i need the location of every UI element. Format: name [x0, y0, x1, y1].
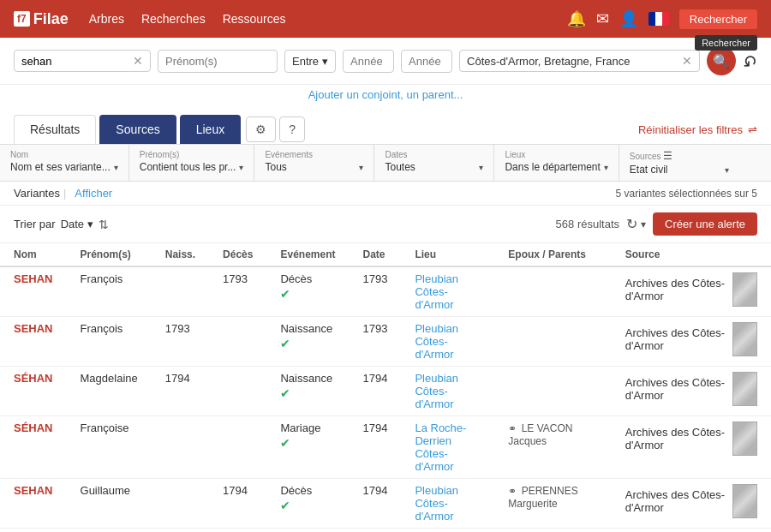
col-header-source: Source [612, 243, 771, 266]
nom-link[interactable]: SÉHAN [14, 421, 53, 434]
logo[interactable]: f7 Filae [14, 10, 69, 28]
filter-dates[interactable]: Dates Toutes ▾ [374, 145, 494, 181]
source-text: Archives des Côtes-d'Armor [625, 376, 726, 402]
cell-lieu: Pleubian Côtes-d'Armor [401, 367, 494, 416]
cell-nom: SÉHAN [0, 416, 67, 479]
cell-epoux: ⚭ PERENNES Marguerite [494, 479, 611, 529]
cell-evenement: Décès ✔ [266, 266, 349, 317]
reset-button[interactable]: ↺ [743, 51, 757, 71]
nom-link[interactable]: SÉHAN [14, 372, 53, 385]
reinitialiser-label: Réinitialiser les filtres [638, 123, 743, 136]
lieu-ville-link[interactable]: Pleubian [415, 372, 481, 385]
tab-sources[interactable]: Sources [99, 115, 176, 144]
cell-naissance [152, 479, 209, 529]
filter-sources[interactable]: Sources ☰ Etat civil ▾ [619, 145, 739, 181]
filter-prenom[interactable]: Prénom(s) Contient tous les pr... ▾ [129, 145, 255, 181]
source-thumbnail[interactable] [732, 322, 757, 356]
filter-nom-value: Nom et ses variante... ▾ [10, 161, 118, 173]
nav-link-ressources[interactable]: Ressources [223, 12, 286, 26]
lieu-ville-link[interactable]: Pleubian [415, 272, 481, 285]
filter-evenements-value: Tous ▾ [265, 161, 363, 173]
lieu-ville-link[interactable]: La Roche-Derrien [415, 421, 481, 447]
cell-evenement: Naissance ✔ [266, 367, 349, 416]
filter-lieux-label: Lieux [505, 150, 607, 159]
tab-resultats[interactable]: Résultats [14, 115, 96, 144]
alerte-button[interactable]: Créer une alerte [653, 212, 757, 236]
source-text: Archives des Côtes-d'Armor [625, 277, 726, 302]
sort-date-arrow: ▾ [87, 218, 93, 230]
rechercher-button[interactable]: Rechercher [679, 9, 757, 29]
cell-naissance [152, 416, 209, 479]
filter-lieux[interactable]: Lieux Dans le département ▾ [494, 145, 619, 181]
variantes-afficher-link[interactable]: Afficher [75, 187, 112, 200]
refresh-icon[interactable]: ↻ [626, 216, 637, 232]
source-thumbnail[interactable] [732, 272, 757, 307]
cell-naissance [152, 266, 209, 317]
table-row: SÉHAN Magdelaine 1794 Naissance ✔ 1794 P… [0, 367, 771, 416]
filter-evenements[interactable]: Evénements Tous ▾ [254, 145, 374, 181]
refresh-arrow[interactable]: ▾ [641, 218, 646, 230]
filter-prenom-label: Prénom(s) [140, 150, 244, 159]
verified-icon: ✔ [280, 436, 335, 450]
location-input[interactable] [467, 55, 682, 68]
source-text: Archives des Côtes-d'Armor [625, 326, 726, 352]
lieu-dept-link[interactable]: Côtes-d'Armor [415, 335, 481, 361]
col-header-naiss: Naiss. [152, 243, 209, 266]
nav-link-recherches[interactable]: Recherches [141, 12, 206, 26]
bell-icon[interactable]: 🔔 [567, 9, 586, 28]
nom-link[interactable]: SEHAN [14, 322, 53, 335]
cell-date: 1794 [350, 479, 402, 529]
filter-nom[interactable]: Nom Nom et ses variante... ▾ [0, 145, 129, 181]
tab-help-icon[interactable]: ? [279, 117, 305, 142]
lieu-dept-link[interactable]: Côtes-d'Armor [415, 385, 481, 410]
lieu-dept-link[interactable]: Côtes-d'Armor [415, 497, 481, 523]
annee-to-input[interactable] [401, 50, 452, 73]
lieu-ville-link[interactable]: Pleubian [415, 322, 481, 335]
mail-icon[interactable]: ✉ [596, 9, 609, 28]
sort-direction-icon[interactable]: ⇅ [99, 218, 109, 231]
annee-from-input[interactable] [343, 50, 394, 73]
cell-deces [209, 416, 266, 479]
nav-link-arbres[interactable]: Arbres [89, 12, 124, 26]
lieu-dept-link[interactable]: Côtes-d'Armor [415, 285, 481, 311]
add-conjoint-link[interactable]: Ajouter un conjoint, un parent... [0, 85, 771, 108]
prenom-input[interactable] [158, 50, 278, 73]
source-thumbnail[interactable] [732, 372, 757, 406]
filter-lieux-arrow: ▾ [604, 163, 608, 172]
table-header-row: Nom Prénom(s) Naiss. Décès Evénement Dat… [0, 243, 771, 266]
results-table: Nom Prénom(s) Naiss. Décès Evénement Dat… [0, 243, 771, 529]
sort-date-select[interactable]: Date ▾ [61, 218, 93, 230]
user-icon[interactable]: 👤 [619, 9, 638, 28]
lieu-dept-link[interactable]: Côtes-d'Armor [415, 447, 481, 473]
tab-filter-icon[interactable]: ⚙ [246, 117, 276, 142]
nom-input[interactable] [21, 55, 133, 68]
search-button[interactable]: 🔍 [707, 46, 736, 75]
verified-icon: ✔ [280, 386, 335, 400]
nom-clear-icon[interactable]: ✕ [133, 54, 143, 68]
variantes-count: 5 variantes sélectionnées sur 5 [616, 188, 757, 200]
filter-nom-arrow: ▾ [114, 163, 118, 172]
nom-link[interactable]: SEHAN [14, 272, 53, 285]
source-thumbnail[interactable] [732, 421, 757, 456]
lieu-ville-link[interactable]: Pleubian [415, 484, 481, 497]
cell-prenom: Françoise [67, 416, 152, 479]
flag-icon[interactable] [648, 12, 669, 26]
entre-label: Entre [292, 55, 319, 68]
reinitialiser-filters[interactable]: Réinitialiser les filtres ⇌ [638, 123, 757, 136]
cell-prenom: Magdelaine [67, 367, 152, 416]
location-clear-icon[interactable]: ✕ [682, 54, 692, 68]
cell-deces [209, 317, 266, 367]
nav-links: Arbres Recherches Ressources [89, 12, 567, 26]
source-thumbnail[interactable] [732, 484, 757, 518]
logo-text: Filae [33, 10, 69, 28]
cell-epoux: ⚭ LE VACON Jacques [494, 416, 611, 479]
cell-date: 1793 [350, 317, 402, 367]
filter-evenements-label: Evénements [265, 150, 363, 159]
tab-lieux[interactable]: Lieux [180, 115, 241, 144]
entre-select[interactable]: Entre ▾ [284, 50, 336, 73]
table-row: SEHAN François 1793 Décès ✔ 1793 Pleubia… [0, 266, 771, 317]
verified-icon: ✔ [280, 287, 335, 301]
nom-link[interactable]: SEHAN [14, 484, 53, 497]
cell-epoux [494, 367, 611, 416]
epoux-icon: ⚭ [508, 485, 517, 497]
